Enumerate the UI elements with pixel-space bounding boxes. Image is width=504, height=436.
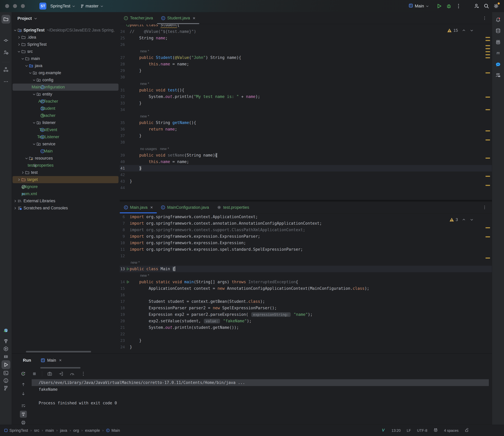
- code-line-9[interactable]: 9import org.springframework.expression.E…: [120, 233, 492, 240]
- close-icon[interactable]: ×: [59, 358, 62, 363]
- code-line-6[interactable]: 6import org.springframework.context.Appl…: [120, 214, 492, 220]
- chevron-down-icon[interactable]: [28, 71, 32, 75]
- warning-stripe-mark[interactable]: [485, 54, 490, 55]
- inlay-hint-line[interactable]: new *: [120, 113, 492, 119]
- inlay-hint-line[interactable]: no usages new *: [120, 145, 492, 152]
- inlay-hint-line[interactable]: new *: [120, 259, 492, 266]
- code-line-8[interactable]: 8import org.springframework.context.supp…: [120, 227, 492, 233]
- chevron-down-icon[interactable]: [25, 156, 28, 160]
- tree-item-main[interactable]: main: [13, 55, 119, 62]
- project-tree-hscrollbar[interactable]: [26, 351, 91, 353]
- tree-item--idea[interactable]: .idea: [13, 34, 119, 41]
- code-line-35[interactable]: 35 public String getName(){: [120, 119, 492, 126]
- warning-stripe-mark[interactable]: [485, 176, 490, 177]
- window-maximize-button[interactable]: [21, 4, 25, 8]
- warning-stripe-mark[interactable]: [485, 57, 490, 58]
- run-tool-button[interactable]: [1, 360, 10, 369]
- bottom-editor[interactable]: 6import org.springframework.context.Appl…: [120, 214, 492, 354]
- prev-problem-icon[interactable]: [462, 28, 466, 32]
- structure-tool-button[interactable]: [1, 65, 10, 74]
- tree-item-service[interactable]: service: [13, 140, 119, 148]
- encoding-widget[interactable]: UTF-8: [417, 428, 427, 433]
- code-line-24[interactable]: 24}: [120, 344, 492, 350]
- chevron-down-icon[interactable]: [25, 64, 28, 68]
- tree-item--gitignore[interactable]: .gitignore: [13, 183, 119, 190]
- code-line-26[interactable]: 26: [120, 41, 492, 48]
- services-tool-button[interactable]: [1, 345, 10, 353]
- branch-selector[interactable]: master: [78, 2, 106, 10]
- dump-threads-button[interactable]: [57, 370, 65, 377]
- breadcrumb-item-java[interactable]: java: [60, 428, 67, 433]
- code-line-11[interactable]: 11import org.springframework.expression.…: [120, 246, 492, 253]
- bottom-editor-inspections-widget[interactable]: 3: [449, 217, 474, 222]
- inlay-hint-line[interactable]: new *: [120, 48, 492, 54]
- code-line-19[interactable]: 19 Expression exp2 = parser2.parseExpres…: [120, 311, 492, 318]
- soft-wrap-button[interactable]: [20, 402, 27, 409]
- project-panel-header[interactable]: Project: [12, 12, 120, 25]
- code-line-37[interactable]: 37 }: [120, 132, 492, 139]
- warning-stripe-mark[interactable]: [485, 51, 490, 52]
- code-line-27[interactable]: 27 public Student(@Value("John") String …: [120, 54, 492, 61]
- tree-item-external-libraries[interactable]: External Libraries: [13, 197, 119, 205]
- more-tool-windows-button[interactable]: [1, 77, 10, 86]
- chevron-right-icon[interactable]: [17, 178, 21, 182]
- code-line-21[interactable]: 21 System.out.println(student.getName())…: [120, 324, 492, 331]
- more-options-button[interactable]: [80, 370, 87, 377]
- indent-widget[interactable]: 4 spaces: [444, 428, 458, 433]
- warning-stripe-mark[interactable]: [485, 48, 490, 49]
- database-tool-button[interactable]: [494, 26, 503, 35]
- line-ending-widget[interactable]: LF: [407, 428, 411, 433]
- code-line-7[interactable]: 7import org.springframework.context.anno…: [120, 220, 492, 227]
- tree-item-config[interactable]: config: [13, 76, 119, 83]
- tree-item-test[interactable]: test: [13, 169, 119, 176]
- window-close-button[interactable]: [5, 4, 9, 8]
- lock-icon[interactable]: [465, 428, 469, 433]
- tree-item-listener[interactable]: listener: [13, 119, 119, 126]
- code-line-17[interactable]: 17 Student student = context.getBean(Stu…: [120, 298, 492, 305]
- tree-item-src[interactable]: src: [13, 48, 119, 55]
- debug-button[interactable]: [444, 1, 454, 11]
- inlay-hint-line[interactable]: new *: [120, 272, 492, 279]
- code-line-32[interactable]: 32 System.out.println("My test name is: …: [120, 93, 492, 100]
- warning-stripe-mark[interactable]: [485, 185, 490, 186]
- tree-item-mainconfiguration[interactable]: CMainConfiguration: [13, 83, 119, 91]
- warning-stripe-mark[interactable]: [485, 130, 490, 131]
- scroll-up-button[interactable]: [20, 381, 27, 388]
- code-line-31[interactable]: 31 public void test(){: [120, 87, 492, 93]
- chevron-down-icon[interactable]: [32, 121, 36, 125]
- code-line-20[interactable]: 20 exp2.setValue(student, value: "fakeNa…: [120, 318, 492, 324]
- run-gutter-icon[interactable]: [126, 280, 130, 284]
- tree-item-artteacher[interactable]: CArtTeacher: [13, 98, 119, 105]
- tree-item-target[interactable]: target: [13, 176, 119, 183]
- vim-plugin-icon[interactable]: V: [381, 428, 385, 433]
- scroll-to-end-button[interactable]: [20, 411, 27, 418]
- bottom-editor-error-stripe[interactable]: [485, 214, 491, 354]
- chevron-down-icon[interactable]: [21, 57, 25, 61]
- pull-requests-tool-button[interactable]: [1, 48, 10, 57]
- code-line-33[interactable]: 33 }: [120, 100, 492, 106]
- warning-stripe-mark[interactable]: [485, 45, 490, 46]
- tree-item-testevent[interactable]: CTestEvent: [13, 126, 119, 133]
- rerun-button[interactable]: [19, 370, 27, 377]
- code-line-30[interactable]: 30: [120, 74, 492, 80]
- warning-stripe-mark[interactable]: [485, 139, 490, 140]
- bottom-editor-options-button[interactable]: [481, 204, 488, 211]
- code-line-28[interactable]: 28 this.name = name;: [120, 61, 492, 67]
- tree-item-springtest[interactable]: SpringTest: [13, 41, 119, 48]
- tab-main-java[interactable]: CMain.java×: [120, 201, 157, 213]
- code-with-me-users-button[interactable]: [494, 71, 503, 80]
- tree-item-testlistener[interactable]: CTestListener: [13, 133, 119, 140]
- chat-tool-button[interactable]: [494, 60, 503, 69]
- tree-item-org-example[interactable]: org.example: [13, 69, 119, 76]
- code-line-41[interactable]: 41 }: [120, 165, 492, 172]
- warning-stripe-mark[interactable]: [485, 72, 490, 73]
- run-configuration-selector[interactable]: Main: [406, 2, 432, 11]
- top-editor-inspections-widget[interactable]: 15: [447, 28, 474, 33]
- code-line-10[interactable]: 10import org.springframework.expression.…: [120, 240, 492, 246]
- chevron-down-icon[interactable]: [32, 92, 36, 96]
- chevron-down-icon[interactable]: [17, 50, 21, 54]
- search-everywhere-button[interactable]: [482, 1, 491, 11]
- tree-item-teacher[interactable]: ITeacher: [13, 112, 119, 119]
- code-line-18[interactable]: 18 ExpressionParser parser2 = new SpelEx…: [120, 305, 492, 311]
- breadcrumb-item-src[interactable]: src: [34, 428, 39, 433]
